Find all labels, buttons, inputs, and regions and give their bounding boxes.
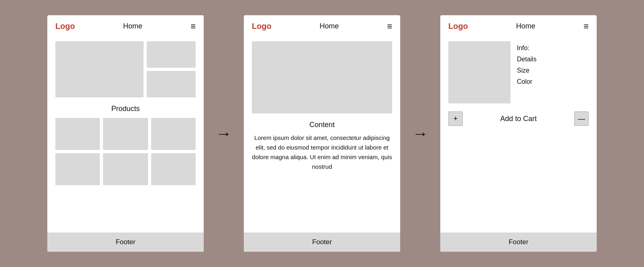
- screen1-logo: Logo: [55, 22, 75, 31]
- screen2-hamburger-icon[interactable]: ≡: [387, 22, 392, 31]
- screen1-hero-image-right-top: [147, 41, 196, 68]
- screen1-hero-image-left: [55, 41, 144, 97]
- screen3-details-label: Details: [517, 56, 537, 63]
- screen2-hero-image: [252, 41, 392, 113]
- screen2-footer: Footer: [244, 233, 400, 252]
- screen1-home-link[interactable]: Home: [123, 22, 142, 30]
- arrow-1: →: [216, 125, 232, 143]
- screen-3: Logo Home ≡ Info: Details Size Color + A…: [440, 15, 597, 252]
- screen2-content-label: Content: [252, 121, 392, 129]
- screen3-size-label: Size: [517, 67, 537, 74]
- screen2-content-text: Lorem ipsum dolor sit amet, consectetur …: [244, 133, 400, 172]
- product-item-4[interactable]: [55, 153, 100, 185]
- screen3-info-label: Info:: [517, 44, 537, 52]
- screen3-home-link[interactable]: Home: [516, 22, 535, 30]
- screen-1: Logo Home ≡ Products Footer: [47, 15, 204, 252]
- screen3-cart-area: + Add to Cart —: [440, 103, 597, 134]
- product-item-6[interactable]: [151, 153, 196, 185]
- screen1-hero-images-right: [147, 41, 196, 97]
- screen2-home-link[interactable]: Home: [320, 22, 339, 30]
- add-to-cart-label[interactable]: Add to Cart: [500, 115, 537, 123]
- screen3-navbar: Logo Home ≡: [440, 15, 597, 37]
- screen3-product-area: Info: Details Size Color: [440, 37, 597, 103]
- product-item-2[interactable]: [103, 118, 148, 150]
- screen1-hero-image-right-bottom: [147, 71, 196, 97]
- screen3-footer: Footer: [440, 233, 597, 252]
- screen3-product-image: [448, 41, 510, 103]
- screen3-product-info: Info: Details Size Color: [517, 41, 537, 103]
- product-item-3[interactable]: [151, 118, 196, 150]
- product-item-1[interactable]: [55, 118, 100, 150]
- product-item-5[interactable]: [103, 153, 148, 185]
- screen3-color-label: Color: [517, 78, 537, 85]
- screen1-navbar: Logo Home ≡: [47, 15, 204, 37]
- screen3-hamburger-icon[interactable]: ≡: [583, 22, 589, 31]
- screen1-products-label: Products: [47, 105, 204, 113]
- screen1-hero-area: [47, 37, 204, 97]
- screen2-logo: Logo: [252, 22, 271, 31]
- screen3-logo: Logo: [448, 22, 468, 31]
- plus-button[interactable]: +: [448, 111, 463, 126]
- wireframe-container: Logo Home ≡ Products Footer →: [39, 7, 605, 260]
- screen2-navbar: Logo Home ≡: [244, 15, 400, 37]
- screen1-hamburger-icon[interactable]: ≡: [190, 22, 196, 31]
- minus-button[interactable]: —: [574, 111, 589, 126]
- screen-2: Logo Home ≡ Content Lorem ipsum dolor si…: [244, 15, 400, 252]
- screen1-products-grid: [47, 118, 204, 185]
- arrow-2: →: [412, 125, 428, 143]
- screen1-footer: Footer: [47, 233, 204, 252]
